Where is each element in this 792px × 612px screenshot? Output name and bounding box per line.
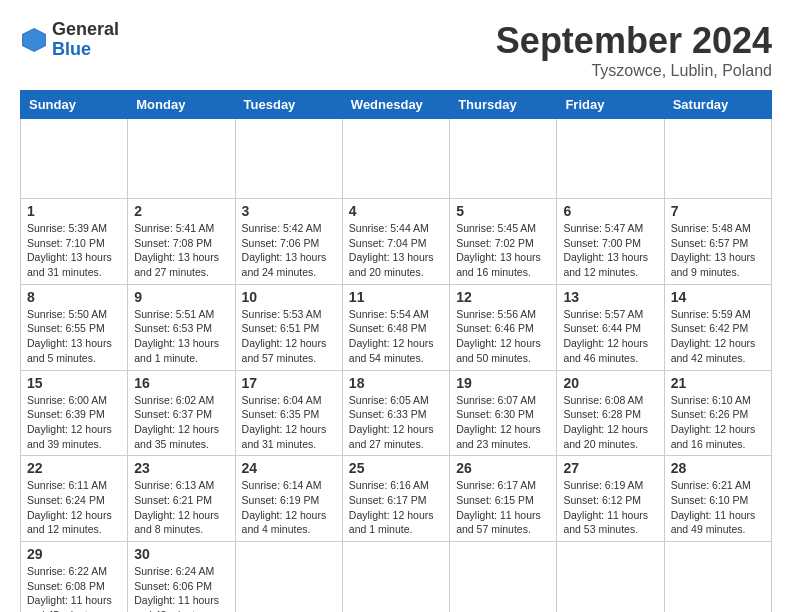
day-number: 28 [671, 460, 765, 476]
logo-icon [20, 26, 48, 54]
day-number: 26 [456, 460, 550, 476]
day-number: 7 [671, 203, 765, 219]
calendar-week-1: 1Sunrise: 5:39 AM Sunset: 7:10 PM Daylig… [21, 199, 772, 285]
calendar-cell: 15Sunrise: 6:00 AM Sunset: 6:39 PM Dayli… [21, 370, 128, 456]
day-detail: Sunrise: 5:54 AM Sunset: 6:48 PM Dayligh… [349, 307, 443, 366]
day-number: 30 [134, 546, 228, 562]
day-detail: Sunrise: 6:08 AM Sunset: 6:28 PM Dayligh… [563, 393, 657, 452]
calendar-cell: 25Sunrise: 6:16 AM Sunset: 6:17 PM Dayli… [342, 456, 449, 542]
day-detail: Sunrise: 6:10 AM Sunset: 6:26 PM Dayligh… [671, 393, 765, 452]
calendar-cell: 29Sunrise: 6:22 AM Sunset: 6:08 PM Dayli… [21, 542, 128, 613]
day-header-sunday: Sunday [21, 91, 128, 119]
calendar-cell: 21Sunrise: 6:10 AM Sunset: 6:26 PM Dayli… [664, 370, 771, 456]
calendar-cell: 20Sunrise: 6:08 AM Sunset: 6:28 PM Dayli… [557, 370, 664, 456]
calendar-cell [342, 119, 449, 199]
day-number: 21 [671, 375, 765, 391]
day-number: 17 [242, 375, 336, 391]
calendar-week-3: 15Sunrise: 6:00 AM Sunset: 6:39 PM Dayli… [21, 370, 772, 456]
day-detail: Sunrise: 5:41 AM Sunset: 7:08 PM Dayligh… [134, 221, 228, 280]
page-header: General Blue September 2024 Tyszowce, Lu… [20, 20, 772, 80]
calendar-cell [557, 542, 664, 613]
calendar-cell: 24Sunrise: 6:14 AM Sunset: 6:19 PM Dayli… [235, 456, 342, 542]
calendar-cell: 10Sunrise: 5:53 AM Sunset: 6:51 PM Dayli… [235, 284, 342, 370]
calendar-cell: 3Sunrise: 5:42 AM Sunset: 7:06 PM Daylig… [235, 199, 342, 285]
calendar-cell [21, 119, 128, 199]
calendar-cell: 27Sunrise: 6:19 AM Sunset: 6:12 PM Dayli… [557, 456, 664, 542]
calendar-cell: 26Sunrise: 6:17 AM Sunset: 6:15 PM Dayli… [450, 456, 557, 542]
day-detail: Sunrise: 5:45 AM Sunset: 7:02 PM Dayligh… [456, 221, 550, 280]
day-number: 11 [349, 289, 443, 305]
calendar-cell [235, 542, 342, 613]
day-number: 10 [242, 289, 336, 305]
day-detail: Sunrise: 6:24 AM Sunset: 6:06 PM Dayligh… [134, 564, 228, 612]
calendar-cell: 17Sunrise: 6:04 AM Sunset: 6:35 PM Dayli… [235, 370, 342, 456]
calendar-week-5: 29Sunrise: 6:22 AM Sunset: 6:08 PM Dayli… [21, 542, 772, 613]
calendar-cell: 18Sunrise: 6:05 AM Sunset: 6:33 PM Dayli… [342, 370, 449, 456]
calendar-cell: 11Sunrise: 5:54 AM Sunset: 6:48 PM Dayli… [342, 284, 449, 370]
logo-text: General Blue [52, 20, 119, 60]
day-detail: Sunrise: 6:14 AM Sunset: 6:19 PM Dayligh… [242, 478, 336, 537]
day-number: 16 [134, 375, 228, 391]
logo-line2: Blue [52, 40, 119, 60]
day-detail: Sunrise: 5:44 AM Sunset: 7:04 PM Dayligh… [349, 221, 443, 280]
calendar-cell: 8Sunrise: 5:50 AM Sunset: 6:55 PM Daylig… [21, 284, 128, 370]
calendar-cell: 5Sunrise: 5:45 AM Sunset: 7:02 PM Daylig… [450, 199, 557, 285]
day-detail: Sunrise: 6:17 AM Sunset: 6:15 PM Dayligh… [456, 478, 550, 537]
calendar-cell: 13Sunrise: 5:57 AM Sunset: 6:44 PM Dayli… [557, 284, 664, 370]
day-number: 3 [242, 203, 336, 219]
day-detail: Sunrise: 6:16 AM Sunset: 6:17 PM Dayligh… [349, 478, 443, 537]
calendar-cell: 28Sunrise: 6:21 AM Sunset: 6:10 PM Dayli… [664, 456, 771, 542]
calendar-cell: 30Sunrise: 6:24 AM Sunset: 6:06 PM Dayli… [128, 542, 235, 613]
day-number: 8 [27, 289, 121, 305]
day-detail: Sunrise: 5:42 AM Sunset: 7:06 PM Dayligh… [242, 221, 336, 280]
day-number: 4 [349, 203, 443, 219]
calendar-cell: 14Sunrise: 5:59 AM Sunset: 6:42 PM Dayli… [664, 284, 771, 370]
calendar-cell [235, 119, 342, 199]
calendar: SundayMondayTuesdayWednesdayThursdayFrid… [20, 90, 772, 612]
day-number: 27 [563, 460, 657, 476]
day-header-wednesday: Wednesday [342, 91, 449, 119]
day-number: 2 [134, 203, 228, 219]
calendar-cell [342, 542, 449, 613]
calendar-cell [450, 119, 557, 199]
day-detail: Sunrise: 5:56 AM Sunset: 6:46 PM Dayligh… [456, 307, 550, 366]
day-number: 15 [27, 375, 121, 391]
day-header-friday: Friday [557, 91, 664, 119]
calendar-week-0 [21, 119, 772, 199]
day-detail: Sunrise: 5:51 AM Sunset: 6:53 PM Dayligh… [134, 307, 228, 366]
calendar-cell: 9Sunrise: 5:51 AM Sunset: 6:53 PM Daylig… [128, 284, 235, 370]
day-detail: Sunrise: 5:50 AM Sunset: 6:55 PM Dayligh… [27, 307, 121, 366]
day-detail: Sunrise: 6:00 AM Sunset: 6:39 PM Dayligh… [27, 393, 121, 452]
day-detail: Sunrise: 6:05 AM Sunset: 6:33 PM Dayligh… [349, 393, 443, 452]
day-number: 14 [671, 289, 765, 305]
day-number: 1 [27, 203, 121, 219]
logo-line1: General [52, 20, 119, 40]
day-detail: Sunrise: 6:02 AM Sunset: 6:37 PM Dayligh… [134, 393, 228, 452]
day-number: 23 [134, 460, 228, 476]
day-number: 20 [563, 375, 657, 391]
day-number: 13 [563, 289, 657, 305]
month-title: September 2024 [496, 20, 772, 62]
day-detail: Sunrise: 5:59 AM Sunset: 6:42 PM Dayligh… [671, 307, 765, 366]
day-number: 18 [349, 375, 443, 391]
calendar-cell: 1Sunrise: 5:39 AM Sunset: 7:10 PM Daylig… [21, 199, 128, 285]
location: Tyszowce, Lublin, Poland [496, 62, 772, 80]
day-detail: Sunrise: 6:21 AM Sunset: 6:10 PM Dayligh… [671, 478, 765, 537]
calendar-cell: 12Sunrise: 5:56 AM Sunset: 6:46 PM Dayli… [450, 284, 557, 370]
logo: General Blue [20, 20, 119, 60]
day-detail: Sunrise: 6:19 AM Sunset: 6:12 PM Dayligh… [563, 478, 657, 537]
day-detail: Sunrise: 6:22 AM Sunset: 6:08 PM Dayligh… [27, 564, 121, 612]
day-header-monday: Monday [128, 91, 235, 119]
day-number: 22 [27, 460, 121, 476]
day-number: 25 [349, 460, 443, 476]
day-number: 6 [563, 203, 657, 219]
day-number: 19 [456, 375, 550, 391]
calendar-cell: 19Sunrise: 6:07 AM Sunset: 6:30 PM Dayli… [450, 370, 557, 456]
calendar-week-4: 22Sunrise: 6:11 AM Sunset: 6:24 PM Dayli… [21, 456, 772, 542]
day-detail: Sunrise: 6:11 AM Sunset: 6:24 PM Dayligh… [27, 478, 121, 537]
title-block: September 2024 Tyszowce, Lublin, Poland [496, 20, 772, 80]
day-number: 12 [456, 289, 550, 305]
day-number: 9 [134, 289, 228, 305]
day-detail: Sunrise: 6:04 AM Sunset: 6:35 PM Dayligh… [242, 393, 336, 452]
calendar-cell [450, 542, 557, 613]
